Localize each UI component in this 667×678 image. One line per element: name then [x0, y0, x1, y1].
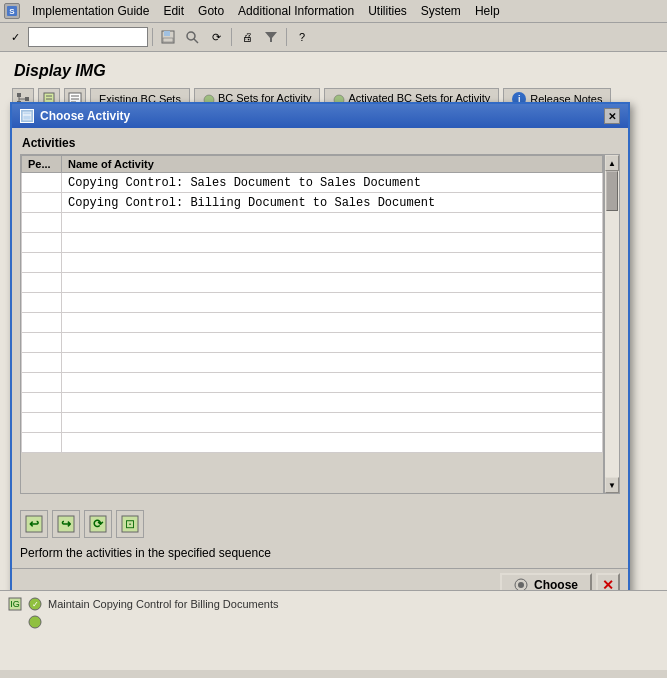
- background-content: IG ✓ Maintain Copying Control for Billin…: [0, 590, 667, 670]
- table-row[interactable]: [22, 213, 603, 233]
- print-btn[interactable]: 🖨: [236, 26, 258, 48]
- filter-btn[interactable]: [260, 26, 282, 48]
- table-row[interactable]: [22, 333, 603, 353]
- svg-point-5: [187, 32, 195, 40]
- cell-name: [62, 233, 603, 253]
- cell-name: [62, 393, 603, 413]
- vertical-scrollbar[interactable]: ▲ ▼: [604, 154, 620, 494]
- table-row[interactable]: [22, 393, 603, 413]
- modal-close-btn[interactable]: ✕: [604, 108, 620, 124]
- svg-marker-7: [265, 32, 277, 42]
- svg-rect-3: [164, 31, 170, 36]
- menu-help[interactable]: Help: [469, 2, 506, 20]
- svg-text:S: S: [9, 7, 15, 16]
- activities-label: Activities: [20, 136, 620, 150]
- table-row[interactable]: [22, 413, 603, 433]
- cell-name: [62, 273, 603, 293]
- menu-system[interactable]: System: [415, 2, 467, 20]
- svg-text:IG: IG: [10, 599, 20, 609]
- cell-pe: [22, 333, 62, 353]
- activity-btn-2[interactable]: ↪: [52, 510, 80, 538]
- activity-btn-1[interactable]: ↩: [20, 510, 48, 538]
- cell-pe: [22, 233, 62, 253]
- cell-pe: [22, 253, 62, 273]
- table-wrapper: Pe... Name of Activity Copying Control: …: [20, 154, 620, 494]
- help-btn[interactable]: ?: [291, 26, 313, 48]
- separator-2: [231, 28, 232, 46]
- svg-point-33: [518, 582, 524, 588]
- cell-name: [62, 313, 603, 333]
- scroll-track: [605, 171, 619, 477]
- svg-line-6: [194, 39, 198, 43]
- cell-name: [62, 253, 603, 273]
- col-header-name: Name of Activity: [62, 156, 603, 173]
- scroll-thumb[interactable]: [606, 171, 618, 211]
- table-row[interactable]: [22, 373, 603, 393]
- table-row[interactable]: [22, 253, 603, 273]
- display-img-title: Display IMG: [6, 58, 661, 86]
- app-icon: S: [4, 3, 20, 19]
- modal-title-icon: [20, 109, 34, 123]
- cell-pe: [22, 433, 62, 453]
- bg-row-2: [8, 613, 659, 631]
- cell-pe: [22, 193, 62, 213]
- svg-rect-4: [163, 38, 173, 42]
- cell-pe: [22, 293, 62, 313]
- table-scroll-area[interactable]: Pe... Name of Activity Copying Control: …: [20, 154, 604, 494]
- table-row[interactable]: Copying Control: Sales Document to Sales…: [22, 173, 603, 193]
- table-row[interactable]: [22, 353, 603, 373]
- find-btn[interactable]: [181, 26, 203, 48]
- svg-rect-12: [25, 97, 29, 101]
- col-header-pe: Pe...: [22, 156, 62, 173]
- cell-pe: [22, 373, 62, 393]
- menu-edit[interactable]: Edit: [157, 2, 190, 20]
- command-input[interactable]: [28, 27, 148, 47]
- table-row[interactable]: [22, 293, 603, 313]
- menu-utilities[interactable]: Utilities: [362, 2, 413, 20]
- main-area: Display IMG: [0, 52, 667, 670]
- save-btn[interactable]: [157, 26, 179, 48]
- table-row[interactable]: [22, 233, 603, 253]
- activities-table: Pe... Name of Activity Copying Control: …: [21, 155, 603, 453]
- menu-goto[interactable]: Goto: [192, 2, 230, 20]
- scroll-down-btn[interactable]: ▼: [605, 477, 619, 493]
- svg-text:⟳: ⟳: [93, 517, 104, 531]
- activity-btn-3[interactable]: ⟳: [84, 510, 112, 538]
- table-row[interactable]: [22, 273, 603, 293]
- svg-point-38: [29, 616, 41, 628]
- cell-pe: [22, 213, 62, 233]
- refresh-btn[interactable]: ⟳: [205, 26, 227, 48]
- cell-pe: [22, 353, 62, 373]
- choose-activity-modal: Choose Activity ✕ Activities Pe... Name …: [10, 102, 630, 607]
- menu-additional-information[interactable]: Additional Information: [232, 2, 360, 20]
- modal-titlebar: Choose Activity ✕: [12, 104, 628, 128]
- cell-pe: [22, 173, 62, 193]
- table-row[interactable]: [22, 313, 603, 333]
- separator-1: [152, 28, 153, 46]
- table-header: Pe... Name of Activity: [22, 156, 603, 173]
- bg-row-1: IG ✓ Maintain Copying Control for Billin…: [8, 595, 659, 613]
- cell-name: Copying Control: Billing Document to Sal…: [62, 193, 603, 213]
- cell-name: [62, 413, 603, 433]
- modal-title-text: Choose Activity: [40, 109, 130, 123]
- svg-text:⊡: ⊡: [125, 517, 135, 531]
- svg-rect-8: [17, 93, 21, 97]
- status-text: Perform the activities in the specified …: [12, 546, 628, 568]
- cell-name: [62, 353, 603, 373]
- main-toolbar: ✓ ⟳ 🖨 ?: [0, 23, 667, 52]
- back-btn[interactable]: ✓: [4, 26, 26, 48]
- table-row[interactable]: [22, 433, 603, 453]
- svg-text:↪: ↪: [61, 517, 71, 531]
- cell-name: [62, 333, 603, 353]
- cell-name: [62, 293, 603, 313]
- svg-rect-22: [23, 112, 31, 120]
- activity-btn-4[interactable]: ⊡: [116, 510, 144, 538]
- cell-name: Copying Control: Sales Document to Sales…: [62, 173, 603, 193]
- cell-pe: [22, 393, 62, 413]
- cell-name: [62, 373, 603, 393]
- scroll-up-btn[interactable]: ▲: [605, 155, 619, 171]
- svg-text:↩: ↩: [29, 517, 39, 531]
- menu-implementation-guide[interactable]: Implementation Guide: [26, 2, 155, 20]
- cell-name: [62, 213, 603, 233]
- table-row[interactable]: Copying Control: Billing Document to Sal…: [22, 193, 603, 213]
